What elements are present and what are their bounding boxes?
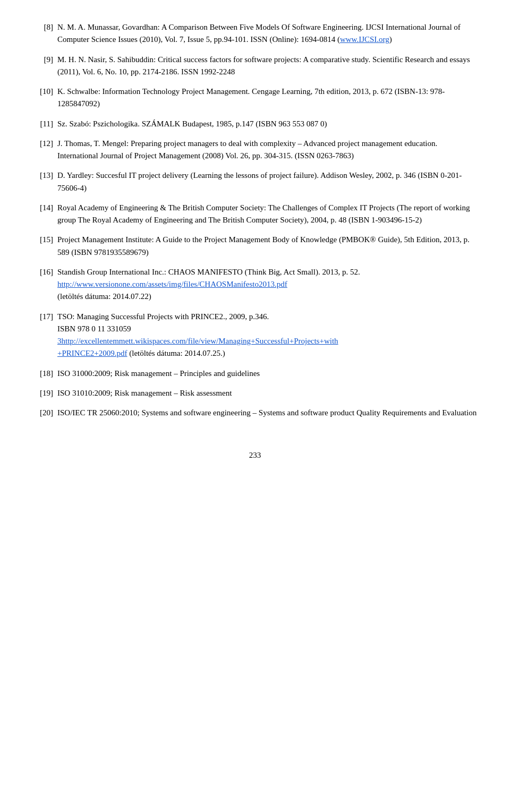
ref-content: Sz. Szabó: Pszichologika. SZÁMALK Budape…: [57, 118, 478, 130]
ref-link-16[interactable]: http://www.versionone.com/assets/img/fil…: [57, 280, 287, 288]
page-number: 233: [32, 451, 478, 460]
ref-content: Standish Group International Inc.: CHAOS…: [57, 266, 478, 303]
list-item: [14] Royal Academy of Engineering & The …: [32, 202, 478, 227]
list-item: [8] N. M. A. Munassar, Govardhan: A Comp…: [32, 21, 478, 46]
list-item: [15] Project Management Institute: A Gui…: [32, 234, 478, 259]
ref-number: [12]: [32, 138, 57, 163]
ref-content: Royal Academy of Engineering & The Briti…: [57, 202, 478, 227]
ref-number: [19]: [32, 387, 57, 399]
ref-content: ISO 31010:2009; Risk management – Risk a…: [57, 387, 478, 399]
ref-content: N. M. A. Munassar, Govardhan: A Comparis…: [57, 21, 478, 46]
list-item: [18] ISO 31000:2009; Risk management – P…: [32, 367, 478, 380]
ref-content: M. H. N. Nasir, S. Sahibuddin: Critical …: [57, 54, 478, 79]
list-item: [17] TSO: Managing Successful Projects w…: [32, 311, 478, 360]
ref-number: [9]: [32, 54, 57, 79]
references-list: [8] N. M. A. Munassar, Govardhan: A Comp…: [32, 21, 478, 419]
ref-number: [16]: [32, 266, 57, 303]
ref-number: [20]: [32, 407, 57, 419]
ref-number: [13]: [32, 169, 57, 194]
ref-number: [11]: [32, 118, 57, 130]
ref-number: [14]: [32, 202, 57, 227]
list-item: [11] Sz. Szabó: Pszichologika. SZÁMALK B…: [32, 118, 478, 130]
ref-link-17[interactable]: 3http://excellentemmett.wikispaces.com/f…: [57, 337, 338, 357]
ref-number: [15]: [32, 234, 57, 259]
list-item: [9] M. H. N. Nasir, S. Sahibuddin: Criti…: [32, 54, 478, 79]
list-item: [20] ISO/IEC TR 25060:2010; Systems and …: [32, 407, 478, 419]
ref-link-8[interactable]: www.IJCSI.org: [340, 35, 389, 44]
ref-content: ISO 31000:2009; Risk management – Princi…: [57, 367, 478, 380]
list-item: [12] J. Thomas, T. Mengel: Preparing pro…: [32, 138, 478, 163]
list-item: [10] K. Schwalbe: Information Technology…: [32, 86, 478, 110]
list-item: [19] ISO 31010:2009; Risk management – R…: [32, 387, 478, 399]
ref-content: J. Thomas, T. Mengel: Preparing project …: [57, 138, 478, 163]
ref-number: [8]: [32, 21, 57, 46]
ref-number: [17]: [32, 311, 57, 360]
ref-content: ISO/IEC TR 25060:2010; Systems and softw…: [57, 407, 478, 419]
list-item: [16] Standish Group International Inc.: …: [32, 266, 478, 303]
ref-content: K. Schwalbe: Information Technology Proj…: [57, 86, 478, 110]
ref-content: D. Yardley: Succesful IT project deliver…: [57, 169, 478, 194]
list-item: [13] D. Yardley: Succesful IT project de…: [32, 169, 478, 194]
ref-content: Project Management Institute: A Guide to…: [57, 234, 478, 259]
ref-content: TSO: Managing Successful Projects with P…: [57, 311, 478, 360]
ref-number: [10]: [32, 86, 57, 110]
ref-number: [18]: [32, 367, 57, 380]
